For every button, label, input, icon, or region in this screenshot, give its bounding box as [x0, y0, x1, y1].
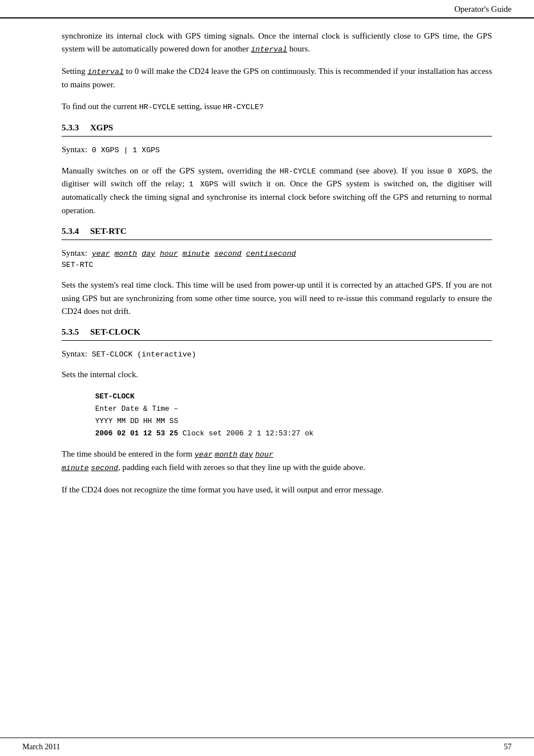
- intro-para3: To find out the current HR-CYCLE setting…: [62, 100, 492, 114]
- syntax-534-cmd: SET-RTC: [62, 261, 93, 269]
- section-535-title: SET-CLOCK: [90, 327, 140, 337]
- s535-p2-end: , padding each field with zeroes so that…: [118, 463, 366, 472]
- s535-year: year: [194, 450, 212, 459]
- section-534-syntax: Syntax: year month day hour minute secon…: [62, 247, 492, 271]
- intro-para2-text1: Setting: [62, 67, 87, 76]
- syntax-label-535: Syntax:: [62, 349, 87, 358]
- s533-p1-t2: command (see above). If you issue: [316, 166, 447, 175]
- section-535-para2: The time should be entered in the form y…: [62, 448, 492, 475]
- s535-second: second: [91, 464, 118, 472]
- syntax-534-day: day: [142, 250, 155, 258]
- syntax-535-cmd: SET-CLOCK: [92, 350, 133, 359]
- section-534-title: SET-RTC: [90, 226, 127, 236]
- intro-para1-text2: hours.: [287, 44, 310, 53]
- code-date-value: 2006 02 01 12 53 25: [95, 429, 178, 438]
- syntax-534-year: year: [92, 250, 110, 258]
- section-533-syntax: Syntax: 0 XGPS | 1 XGPS: [62, 143, 492, 156]
- code-set-clock: SET-CLOCK: [95, 392, 134, 401]
- section-533-para1: Manually switches on or off the GPS syst…: [62, 165, 492, 217]
- syntax-534-month: month: [114, 250, 137, 258]
- section-535-syntax: Syntax: SET-CLOCK (interactive): [62, 348, 492, 360]
- footer: March 2011 57: [0, 738, 534, 756]
- code-line3: YYYY MM DD HH MM SS: [95, 415, 492, 428]
- s535-day: day: [240, 450, 253, 459]
- intro-para2: Setting interval to 0 will make the CD24…: [62, 65, 492, 91]
- syntax-534-hour: hour: [160, 250, 178, 258]
- section-534-para1: Sets the system's real time clock. This …: [62, 279, 492, 318]
- intro-para1: synchronize its internal clock with GPS …: [62, 30, 492, 56]
- syntax-535-note: (interactive): [137, 350, 196, 359]
- intro-interval-var: interval: [251, 45, 287, 54]
- code-format: YYYY MM DD HH MM SS: [95, 417, 178, 425]
- intro-para3-text1: To find out the current: [62, 102, 139, 111]
- s535-p2-t1: The time should be entered in the form: [62, 449, 194, 458]
- header-title: Operator's Guide: [455, 4, 512, 14]
- syntax-534-minute: minute: [182, 250, 210, 258]
- intro-para2-text2: to 0 will make the CD24 leave the GPS on…: [62, 67, 492, 89]
- syntax-534-centisecond: centisecond: [246, 250, 296, 258]
- syntax-label-534: Syntax:: [62, 248, 87, 257]
- intro-para3-text2: setting, issue: [175, 102, 223, 111]
- s535-month: month: [215, 450, 238, 459]
- header: Operator's Guide: [0, 0, 534, 18]
- code-line4: 2006 02 01 12 53 25 Clock set 2006 2 1 1…: [95, 428, 492, 440]
- code-line1: SET-CLOCK: [95, 391, 492, 403]
- s535-minute: minute: [62, 464, 89, 472]
- section-535-heading: 5.3.5 SET-CLOCK: [62, 327, 492, 337]
- section-534-number: 5.3.4: [62, 226, 79, 236]
- syntax-label-533: Syntax:: [62, 145, 87, 154]
- s533-hr-cycle: HR-CYCLE: [280, 167, 316, 176]
- code-block: SET-CLOCK Enter Date & Time – YYYY MM DD…: [95, 391, 492, 440]
- page: Operator's Guide synchronize its interna…: [0, 0, 534, 756]
- s533-0xgps: 0 XGPS: [447, 167, 476, 176]
- section-534-rule: [62, 240, 492, 240]
- section-535-para3: If the CD24 does not recognize the time …: [62, 483, 492, 496]
- s533-1xgps: 1 XGPS: [189, 180, 218, 189]
- section-533-number: 5.3.3: [62, 123, 79, 133]
- code-line2: Enter Date & Time –: [95, 403, 492, 415]
- syntax-533-code: 0 XGPS | 1 XGPS: [92, 146, 160, 154]
- s533-p1-t1: Manually switches on or off the GPS syst…: [62, 166, 280, 175]
- section-533-rule: [62, 136, 492, 137]
- intro-interval-var2: interval: [87, 68, 124, 76]
- footer-page: 57: [504, 743, 512, 752]
- section-534-heading: 5.3.4 SET-RTC: [62, 226, 492, 236]
- main-content: synchronize its internal clock with GPS …: [0, 18, 534, 522]
- code-enter: Enter Date & Time –: [95, 405, 178, 413]
- footer-date: March 2011: [22, 743, 60, 752]
- intro-hr-cycle: HR-CYCLE: [139, 103, 176, 111]
- section-533-title: XGPS: [90, 123, 113, 133]
- code-clock-set: Clock set 2006 2 1 12:53:27 ok: [178, 429, 313, 438]
- section-535-para1: Sets the internal clock.: [62, 368, 492, 381]
- intro-hr-cycle-q: HR-CYCLE?: [223, 103, 264, 111]
- s535-hour: hour: [255, 450, 273, 459]
- syntax-534-second: second: [214, 250, 242, 258]
- section-535-rule: [62, 340, 492, 341]
- section-535-number: 5.3.5: [62, 327, 79, 337]
- section-533-heading: 5.3.3 XGPS: [62, 123, 492, 133]
